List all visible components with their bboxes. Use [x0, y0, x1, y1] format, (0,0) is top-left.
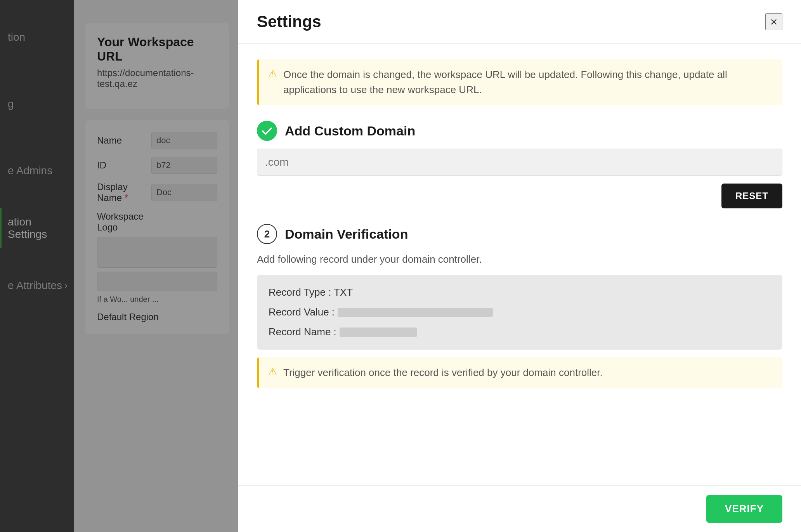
trigger-warning-text: Trigger verification once the record is …: [283, 365, 603, 380]
reset-button[interactable]: RESET: [721, 184, 782, 208]
step1-section: Add Custom Domain RESET: [257, 121, 782, 208]
step2-section: 2 Domain Verification Add following reco…: [257, 224, 782, 388]
record-name-row: Record Name :: [269, 326, 771, 338]
record-name-bar: [340, 328, 417, 337]
trigger-warning-icon: ⚠: [268, 366, 277, 378]
verify-button[interactable]: VERIFY: [706, 495, 782, 523]
modal-footer: VERIFY: [238, 485, 801, 532]
settings-modal: Settings × ⚠ Once the domain is changed,…: [238, 0, 801, 532]
svg-point-0: [258, 122, 276, 140]
step1-circle: [257, 121, 277, 141]
warning-icon: ⚠: [268, 68, 277, 80]
modal-header: Settings ×: [238, 0, 801, 44]
trigger-warning-banner: ⚠ Trigger verification once the record i…: [257, 357, 782, 388]
warning-text: Once the domain is changed, the workspac…: [283, 67, 773, 97]
domain-input[interactable]: [257, 149, 782, 176]
record-box: Record Type : TXT Record Value : Record …: [257, 275, 782, 350]
record-value-row: Record Value :: [269, 306, 771, 318]
record-type-label: Record Type : TXT: [269, 286, 353, 298]
step2-circle: 2: [257, 224, 277, 244]
modal-body: ⚠ Once the domain is changed, the worksp…: [238, 44, 801, 485]
record-value-label: Record Value :: [269, 306, 335, 318]
checkmark-icon: [258, 121, 276, 141]
warning-banner: ⚠ Once the domain is changed, the worksp…: [257, 59, 782, 105]
step2-header: 2 Domain Verification: [257, 224, 782, 244]
record-name-label: Record Name :: [269, 326, 336, 338]
domain-input-row: [257, 149, 782, 176]
step2-title: Domain Verification: [285, 227, 408, 242]
step1-header: Add Custom Domain: [257, 121, 782, 141]
step2-description: Add following record under your domain c…: [257, 252, 782, 267]
record-value-bar: [338, 308, 493, 317]
record-type-row: Record Type : TXT: [269, 286, 771, 298]
modal-title: Settings: [257, 12, 321, 31]
step1-title: Add Custom Domain: [285, 123, 415, 139]
close-button[interactable]: ×: [765, 13, 782, 30]
